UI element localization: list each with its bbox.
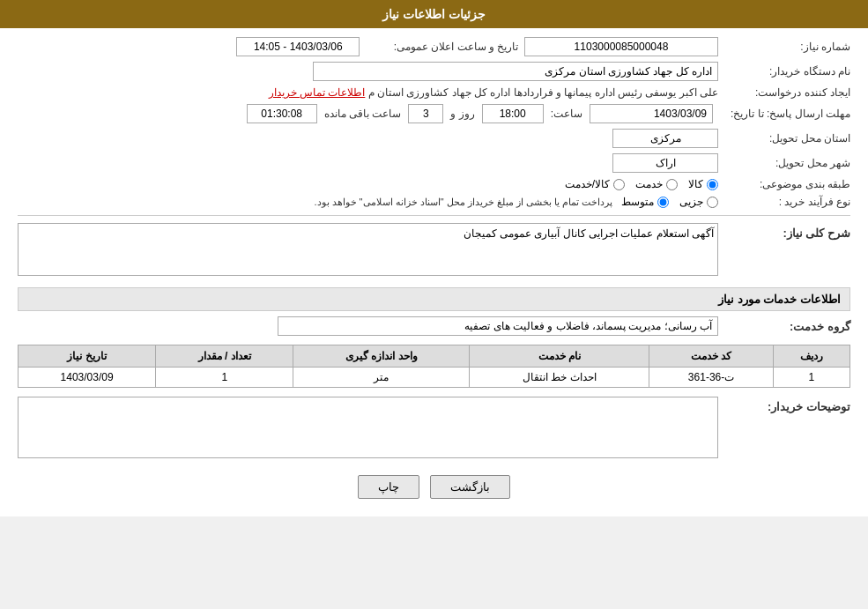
tarikh-input[interactable] <box>236 37 360 56</box>
table-row: 1 ت-36-361 احداث خط انتقال متر 1 1403/03… <box>19 368 850 388</box>
sharh-textarea[interactable] <box>18 223 718 276</box>
mohlat-row: مهلت ارسال پاسخ: تا تاریخ: ساعت: روز و س… <box>18 104 850 123</box>
tarikh-label: تاریخ و ساعت اعلان عمومی: <box>360 41 518 53</box>
radio-jozi-input[interactable] <box>707 197 718 208</box>
radio-kala-khedmat-label: کالا/خدمت <box>565 178 610 190</box>
page-title: جزئیات اطلاعات نیاز <box>382 7 486 21</box>
tozihat-row: توضیحات خریدار: <box>18 397 850 461</box>
sharh-content <box>18 223 718 279</box>
table-header-row: ردیف کد خدمت نام خدمت واحد اندازه گیری ت… <box>19 345 850 368</box>
content-area: شماره نیاز: تاریخ و ساعت اعلان عمومی: نا… <box>0 28 868 516</box>
radio-kala-khedmat: کالا/خدمت <box>565 178 625 190</box>
radio-kala: کالا <box>688 178 718 190</box>
ijad-konande-row: ایجاد کننده درخواست: علی اکبر یوسفی رئیس… <box>18 86 850 99</box>
mohlat-rooz-input[interactable] <box>408 104 443 123</box>
radio-motovaset: متوسط <box>621 196 669 208</box>
shahr-input[interactable] <box>612 153 718 173</box>
shahr-label: شهر محل تحویل: <box>718 157 850 169</box>
process-note: پرداخت تمام یا بخشی از مبلغ خریداز محل "… <box>18 197 612 208</box>
radio-jozi-label: جزیی <box>679 196 703 208</box>
radio-khedmat-label: خدمت <box>635 178 663 190</box>
mohlat-mande-input[interactable] <box>247 104 317 123</box>
services-table: ردیف کد خدمت نام خدمت واحد اندازه گیری ت… <box>18 345 850 388</box>
page-header: جزئیات اطلاعات نیاز <box>0 0 868 28</box>
process-radio-group: جزیی متوسط <box>612 196 718 208</box>
radio-motovaset-input[interactable] <box>657 197 669 208</box>
radio-kala-khedmat-input[interactable] <box>613 179 625 190</box>
ijad-konande-value: علی اکبر یوسفی رئیس اداره پیمانها و فرار… <box>368 86 718 99</box>
col-count: تعداد / مقدار <box>156 345 293 368</box>
radio-kala-input[interactable] <box>707 179 718 190</box>
mande-label: ساعت باقی مانده <box>324 108 402 120</box>
process-label: نوع فرآیند خرید : <box>718 196 850 208</box>
cell-name: احداث خط انتقال <box>470 368 649 388</box>
sharh-row: شرح کلی نیاز: <box>18 223 850 279</box>
mohlat-inner: ساعت: روز و ساعت باقی مانده <box>247 104 713 123</box>
mohlat-date-input[interactable] <box>590 104 713 123</box>
name-dastgah-label: نام دستگاه خریدار: <box>718 65 850 78</box>
mohlat-saat-input[interactable] <box>482 104 544 123</box>
radio-kala-label: کالا <box>688 178 703 190</box>
saat-label: ساعت: <box>551 108 582 120</box>
back-button[interactable]: بازگشت <box>430 475 510 499</box>
cell-unit: متر <box>293 368 470 388</box>
radio-motovaset-label: متوسط <box>621 196 654 208</box>
ostan-row: استان محل تحویل: <box>18 129 850 148</box>
tabaqe-row: طبقه بندی موضوعی: کالا خدمت کالا/خدمت <box>18 178 850 190</box>
cell-date: 1403/03/09 <box>19 368 156 388</box>
process-row: نوع فرآیند خرید : جزیی متوسط پرداخت تمام… <box>18 196 850 208</box>
shomare-niaz-input[interactable] <box>524 37 718 56</box>
ostan-label: استان محل تحویل: <box>718 132 850 145</box>
col-radif: ردیف <box>773 345 849 368</box>
shahr-row: شهر محل تحویل: <box>18 153 850 173</box>
tabaqe-radio-group: کالا خدمت کالا/خدمت <box>565 178 718 190</box>
cell-count: 1 <box>156 368 293 388</box>
ijad-konande-label: ایجاد کننده درخواست: <box>718 86 850 99</box>
cell-code: ت-36-361 <box>649 368 774 388</box>
group-service-label: گروه خدمت: <box>718 320 850 333</box>
col-code: کد خدمت <box>649 345 774 368</box>
name-dastgah-row: نام دستگاه خریدار: <box>18 62 850 81</box>
print-button[interactable]: چاپ <box>358 475 419 499</box>
col-unit: واحد اندازه گیری <box>293 345 470 368</box>
page-wrapper: جزئیات اطلاعات نیاز شماره نیاز: تاریخ و … <box>0 0 868 516</box>
link-tamas[interactable]: اطلاعات تماس خریدار <box>269 86 366 99</box>
rooz-label: روز و <box>450 108 474 120</box>
tozihat-textarea[interactable] <box>18 397 718 458</box>
shomare-tarikh-row: شماره نیاز: تاریخ و ساعت اعلان عمومی: <box>18 37 850 56</box>
tabaqe-label: طبقه بندی موضوعی: <box>718 178 850 190</box>
col-date: تاریخ نیاز <box>19 345 156 368</box>
tozihat-label: توضیحات خریدار: <box>718 397 850 413</box>
info-section-title: اطلاعات خدمات مورد نیاز <box>18 287 850 311</box>
name-dastgah-input[interactable] <box>313 62 718 81</box>
tozihat-content <box>18 397 718 461</box>
radio-jozi: جزیی <box>679 196 718 208</box>
group-service-value: آب رسانی؛ مدیریت پسماند، فاضلاب و فعالیت… <box>278 316 718 336</box>
mohlat-label: مهلت ارسال پاسخ: تا تاریخ: <box>718 108 850 120</box>
sharh-label: شرح کلی نیاز: <box>718 223 850 240</box>
cell-radif: 1 <box>773 368 849 388</box>
col-name: نام خدمت <box>470 345 649 368</box>
ostan-input[interactable] <box>612 129 718 148</box>
table-section: ردیف کد خدمت نام خدمت واحد اندازه گیری ت… <box>18 345 850 388</box>
radio-khedmat-input[interactable] <box>666 179 678 190</box>
radio-khedmat: خدمت <box>635 178 678 190</box>
buttons-row: بازگشت چاپ <box>18 475 850 499</box>
shomare-niaz-label: شماره نیاز: <box>718 41 850 53</box>
group-service-row: گروه خدمت: آب رسانی؛ مدیریت پسماند، فاضل… <box>18 316 850 336</box>
divider1 <box>18 215 850 216</box>
